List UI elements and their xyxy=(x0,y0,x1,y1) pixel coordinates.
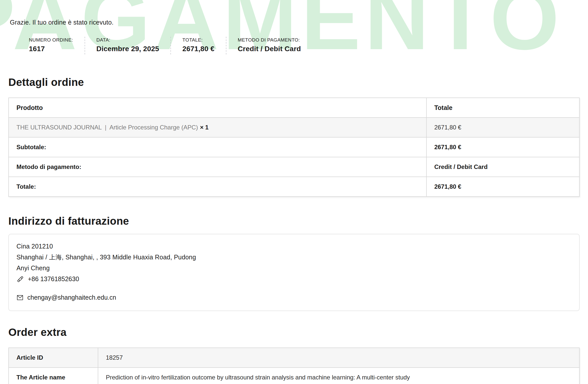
subtotal-row: Subtotale: 2671,80 € xyxy=(9,137,579,157)
article-name-label: The Article name xyxy=(9,368,98,384)
order-received-message: Grazie. Il tuo ordine è stato ricevuto. xyxy=(10,19,580,26)
billing-email-row: chengay@shanghaitech.edu.cn xyxy=(16,292,572,303)
order-summary-item-total: TOTALE: 2671,80 € xyxy=(170,37,226,54)
payment-method-row-value: Credit / Debit Card xyxy=(426,157,579,177)
total-row: Totale: 2671,80 € xyxy=(9,177,579,197)
order-date-label: DATA: xyxy=(96,37,159,43)
order-summary-item-number: NUMERO ORDINE: 1617 xyxy=(29,37,85,54)
payment-method-label: METODO DI PAGAMENTO: xyxy=(238,37,301,43)
order-details-heading: Dettagli ordine xyxy=(8,76,580,88)
product-item-name: Article Processing Charge (APC) xyxy=(109,124,198,131)
billing-address-card: Cina 201210 Shanghai / 上海, Shanghai, , 3… xyxy=(8,234,580,311)
product-column-header: Prodotto xyxy=(9,98,426,118)
total-column-header: Totale xyxy=(426,98,579,118)
article-id-label: Article ID xyxy=(9,348,98,368)
subtotal-label: Subtotale: xyxy=(9,137,426,157)
order-extra-table: Article ID 18257 The Article name Predic… xyxy=(8,348,580,384)
order-summary-item-date: DATA: Dicembre 29, 2025 xyxy=(85,37,171,54)
billing-name-line: Anyi Cheng xyxy=(16,263,572,274)
product-total-cell: 2671,80 € xyxy=(426,118,579,137)
order-summary-item-payment-method: METODO DI PAGAMENTO: Credit / Debit Card xyxy=(226,37,312,54)
order-number-label: NUMERO ORDINE: xyxy=(29,37,73,43)
order-received-page: Grazie. Il tuo ordine è stato ricevuto. … xyxy=(0,19,588,384)
billing-email-address: chengay@shanghaitech.edu.cn xyxy=(27,292,116,303)
article-name-value: Prediction of in-vitro fertilization out… xyxy=(98,368,579,384)
total-row-value: 2671,80 € xyxy=(426,177,579,197)
product-cell: THE ULTRASOUND JOURNAL|Article Processin… xyxy=(9,118,426,137)
order-extra-heading: Order extra xyxy=(8,326,580,338)
payment-method-row-label: Metodo di pagamento: xyxy=(9,157,426,177)
article-name-row: The Article name Prediction of in-vitro … xyxy=(9,368,579,384)
separator: | xyxy=(105,124,106,131)
table-header-row: Prodotto Totale xyxy=(9,98,579,118)
phone-receiver-icon xyxy=(16,275,24,283)
journal-name: THE ULTRASOUND JOURNAL xyxy=(16,124,102,131)
payment-method-row: Metodo di pagamento: Credit / Debit Card xyxy=(9,157,579,177)
article-id-row: Article ID 18257 xyxy=(9,348,579,368)
order-total-label: TOTALE: xyxy=(182,37,214,43)
order-number-value: 1617 xyxy=(29,45,73,53)
billing-phone-number: +86 13761852630 xyxy=(28,274,79,284)
product-row: THE ULTRASOUND JOURNAL|Article Processin… xyxy=(9,118,579,137)
billing-street-line: Shanghai / 上海, Shanghai, , 393 Middle Hu… xyxy=(16,252,572,263)
order-details-table: Prodotto Totale THE ULTRASOUND JOURNAL|A… xyxy=(8,98,580,197)
payment-method-value: Credit / Debit Card xyxy=(238,45,301,53)
subtotal-value: 2671,80 € xyxy=(426,137,579,157)
billing-address-heading: Indirizzo di fatturazione xyxy=(8,215,580,227)
article-id-value: 18257 xyxy=(98,348,579,368)
order-summary: NUMERO ORDINE: 1617 DATA: Dicembre 29, 2… xyxy=(29,37,580,54)
billing-country-line: Cina 201210 xyxy=(16,241,572,252)
product-quantity: × 1 xyxy=(200,124,209,131)
order-date-value: Dicembre 29, 2025 xyxy=(96,45,159,53)
envelope-icon xyxy=(16,294,24,301)
billing-phone-row: +86 13761852630 xyxy=(16,274,572,284)
total-row-label: Totale: xyxy=(9,177,426,197)
order-total-value: 2671,80 € xyxy=(182,45,214,53)
